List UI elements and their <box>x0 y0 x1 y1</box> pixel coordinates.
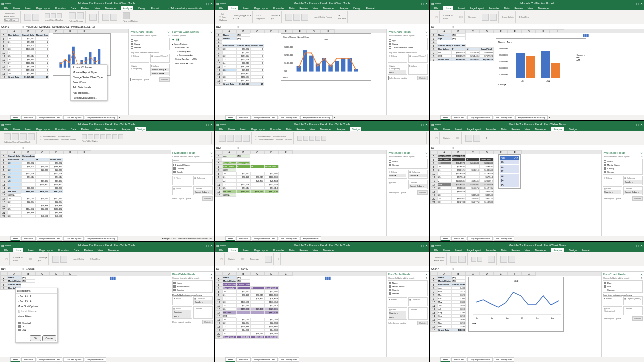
format-data-series-panel[interactable]: Format Data Series✕ Series Options ◆▮▮ ▴… <box>171 29 214 115</box>
svg-text:$100,000: $100,000 <box>284 62 293 64</box>
window-buttons[interactable]: — ▢ ✕ <box>203 2 213 5</box>
worksheet[interactable]: ABCDEF 5Sum of SalaryColumn Labels 6Row … <box>0 150 171 236</box>
cancel-button[interactable]: Cancel <box>42 335 56 341</box>
pivot-line-chart[interactable]: Total JanMarMayJulSepNov Date▾ <box>468 277 564 332</box>
worksheet[interactable]: ABCDEFGHI 2Name(All) 3Age(All) 4 5Sum of… <box>430 29 644 115</box>
worksheet[interactable]: ABCDEFGH 2Name(All) 3Gender(All) 4 5Row … <box>215 29 386 115</box>
svg-text:May: May <box>506 317 509 319</box>
excel-window-4: ▤ ↶ ↷Module 7 - Pivots - Excel PivotTabl… <box>0 121 214 241</box>
svg-text:Jul: Jul <box>521 317 523 319</box>
sheet-tabs[interactable]: PivotSales DataDaily Expenditure DataUS … <box>0 115 214 120</box>
svg-text:USA: USA <box>546 80 550 82</box>
ribbon-tabs[interactable]: FileHomeInsertPage LayoutFormulasDataRev… <box>430 6 644 10</box>
excel-window-2: ▤ ↶ ↷Module 7 - Pivots - Excel PivotChar… <box>215 0 429 120</box>
svg-rect-35 <box>541 51 550 78</box>
svg-rect-25 <box>341 58 346 72</box>
svg-text:$400,000: $400,000 <box>499 60 508 63</box>
ribbon[interactable]: ✂📋Calibri ▾ 11B I U ≡≡≡General▾ Insert D… <box>430 10 644 24</box>
pivotchart-fields-panel[interactable]: PivotChart Fields✕ Choose fields to add … <box>386 29 429 115</box>
excel-window-8: ▤ ↶ ↷Module 7 - Pivots - Excel PivotTabl… <box>215 242 429 362</box>
close-icon: ✕ <box>167 30 170 34</box>
svg-text:Nov: Nov <box>551 317 554 319</box>
svg-rect-33 <box>516 53 525 78</box>
svg-text:$300,000: $300,000 <box>499 67 508 69</box>
worksheet[interactable]: ABCDE 3age(All) 4 5Sum of SalaryColumn L… <box>215 150 386 236</box>
ribbon[interactable]: Chart Name:Active Field:Num of Emp Inser… <box>0 10 214 24</box>
worksheet[interactable]: ABCDE 2Name(All) 3Marital Status(All) 5S… <box>0 272 171 357</box>
worksheet[interactable]: ABCDEF 5Row LabelsSum of SalaryNum of Em… <box>0 29 128 115</box>
excel-window-3: ▤ ↶ ↷Module 7 - Pivots - Excel— ▢ ✕ File… <box>430 0 644 120</box>
ribbon-tabs[interactable]: FileHomeInsertPage LayoutFormulasDataRev… <box>0 6 214 10</box>
pivotchart-icon: ▮▮▮ <box>110 276 116 280</box>
gear-icon: ⚙ <box>168 34 170 37</box>
ribbon[interactable]: Subtotals/Grand/Report/Blank ☑ Row Heade… <box>0 131 214 145</box>
quick-access[interactable]: ▤ ↶ ↷ <box>1 2 11 5</box>
excel-window-6: ▤ ↶ ↷Module 7 - Pivots - Excel PivotTabl… <box>430 121 644 241</box>
context-menu[interactable]: Expand/Collapse Move to Report Style Cha… <box>70 64 107 101</box>
svg-text:$200,000: $200,000 <box>499 73 508 76</box>
svg-rect-24 <box>335 61 339 71</box>
svg-text:$600,000: $600,000 <box>499 47 508 50</box>
svg-text:$200,000: $200,000 <box>284 54 293 56</box>
sheet-tabs[interactable]: PivotSales DataDaily Expenditure DataUS … <box>215 115 429 120</box>
svg-text:Jan: Jan <box>476 317 478 319</box>
svg-text:UK: UK <box>521 80 524 82</box>
formula-bar[interactable]: Chart 3 fx =SERIES(Pivot!$C$5,Pivot!$A$6… <box>0 24 214 29</box>
excel-window-1: ▤ ↶ ↷ Module 7 - Pivots - Excel PivotCha… <box>0 0 214 120</box>
pivotchart-fields-panel[interactable]: PivotChart Fields✕ Choose fields to add … <box>128 29 171 115</box>
svg-text:Mar: Mar <box>491 317 493 319</box>
filter-dropdown[interactable]: Select Items ↑ Sort A to Z ↓ Sort Z to A… <box>15 288 58 343</box>
svg-rect-34 <box>526 56 535 78</box>
formula-bar[interactable]: B12fx <box>215 24 429 29</box>
excel-window-7: ▤ ↶ ↷Module 7 - Pivots - Excel PivotTabl… <box>0 242 214 362</box>
svg-text:$300,000: $300,000 <box>284 46 293 48</box>
svg-rect-36 <box>551 63 560 78</box>
ok-button[interactable]: OK <box>30 335 41 341</box>
worksheet[interactable]: ABCDEF 5Sum of SalaryColumn Labels 6Row … <box>430 150 601 236</box>
worksheet[interactable]: ABCDE 2Name(All) 3Marital Status(All) 5S… <box>215 272 386 357</box>
close-icon: ✕ <box>210 30 213 34</box>
pivot-chart[interactable]: Name ▾ Age ▾ $600,000$500,000 $400,000$3… <box>496 38 586 88</box>
ribbon-tabs[interactable]: FileHomeInsertPage LayoutFormulasDataRev… <box>215 6 429 10</box>
pivot-chart[interactable]: Sum of Salary Num of Emp Total $300,000$… <box>281 33 371 81</box>
pivotchart-icon: ▮▮▮ <box>583 33 589 38</box>
excel-window-9: ▤ ↶ ↷Module 7 - Pivots - Excel PivotChar… <box>430 242 644 362</box>
svg-text:$500,000: $500,000 <box>499 54 508 56</box>
sheet-tabs[interactable]: PivotSales DataDaily Expenditure DataUS … <box>430 115 644 120</box>
svg-text:$0: $0 <box>284 70 287 72</box>
pivottable-fields-panel[interactable]: PivotTable Fields✕ Choose fields to add … <box>171 150 214 236</box>
worksheet[interactable]: ABCDEFG 2Name(All) 3Marital Status(All) … <box>430 272 601 357</box>
pivotchart-icon: ▮▮▮ <box>325 276 331 280</box>
excel-window-5: ▤ ↶ ↷Module 7 - Pivots - Excel PivotTabl… <box>215 121 429 241</box>
age-slicer[interactable]: Age⤢ ✕ 20 21 22 23 24 25 <box>498 154 521 189</box>
svg-text:Sep: Sep <box>536 317 539 319</box>
title-bar: ▤ ↶ ↷ Module 7 - Pivots - Excel PivotCha… <box>0 0 214 6</box>
svg-rect-20 <box>309 56 314 72</box>
ribbon[interactable]: ✂ Cut📋 CopyClipboard Calibri (Body) ▾ 11… <box>215 10 429 24</box>
